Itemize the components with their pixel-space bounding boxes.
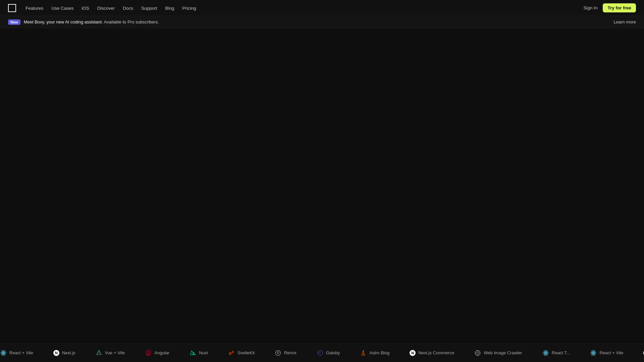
nav-item-pricing[interactable]: Pricing	[182, 5, 196, 11]
navbar-right: Sign In Try for free	[583, 3, 636, 12]
ticker-label: React T...	[552, 350, 570, 355]
ticker-label: SvelteKit	[237, 350, 255, 355]
svg-point-0	[3, 352, 4, 353]
list-item: React T...	[542, 350, 570, 356]
nav-link-ios[interactable]: iOS	[82, 6, 89, 11]
ticker-label: React + Vite	[9, 350, 33, 355]
ticker-label: Angular	[154, 350, 169, 355]
nextjs-icon: N	[53, 350, 59, 356]
navbar-left: Features Use Cases iOS Discover Docs Sup…	[8, 4, 196, 12]
ticker-track: React + Vite N Next.js Vue + Vite Angula…	[0, 350, 644, 356]
main-content	[0, 28, 644, 343]
ticker-label: Astro Blog	[369, 350, 389, 355]
ticker-label: Gatsby	[326, 350, 340, 355]
list-item: Angular	[145, 350, 169, 356]
list-item: Vue + Vite	[96, 350, 125, 356]
nav-item-blog[interactable]: Blog	[165, 5, 174, 11]
nav-link-blog[interactable]: Blog	[165, 6, 174, 11]
astro-icon	[360, 350, 367, 356]
try-free-button[interactable]: Try for free	[603, 3, 636, 12]
gatsby-icon	[317, 350, 323, 356]
nuxt-icon	[190, 350, 196, 356]
ticker-label: React + Vite	[599, 350, 623, 355]
navbar: Features Use Cases iOS Discover Docs Sup…	[0, 0, 644, 16]
list-item: N Next.js Commerce	[410, 350, 454, 356]
svg-point-13	[545, 352, 546, 353]
new-badge: New	[8, 19, 20, 25]
nav-link-docs[interactable]: Docs	[123, 6, 133, 11]
ticker-label: Web Image Crawler	[484, 350, 522, 355]
ticker-label: Nuxt	[199, 350, 208, 355]
react-icon-2	[542, 350, 549, 356]
ticker-label: Next.js Commerce	[418, 350, 454, 355]
announcement-bar: New Meet Boxy, your new AI coding assist…	[0, 16, 644, 28]
nav-link-pricing[interactable]: Pricing	[182, 6, 196, 11]
announcement-sub-text: Available to Pro subscribers.	[104, 19, 159, 24]
svg-marker-4	[97, 350, 101, 354]
vue-icon	[96, 350, 102, 356]
svg-marker-7	[147, 351, 150, 355]
list-item: React + Vite	[0, 350, 33, 356]
react-icon	[0, 350, 7, 356]
list-item: Web Image Crawler	[474, 350, 522, 356]
svg-point-17	[593, 352, 594, 353]
react-icon-dup	[590, 350, 597, 356]
nav-item-docs[interactable]: Docs	[123, 5, 133, 11]
svelte-icon	[228, 350, 235, 356]
svg-marker-9	[193, 352, 196, 355]
nav-links: Features Use Cases iOS Discover Docs Sup…	[25, 5, 196, 11]
list-item: N Next.js	[53, 350, 75, 356]
web-icon	[474, 350, 481, 356]
announcement-left: New Meet Boxy, your new AI coding assist…	[8, 19, 159, 25]
nav-item-ios[interactable]: iOS	[82, 5, 89, 11]
nextjs-icon-2: N	[410, 350, 416, 356]
nav-item-features[interactable]: Features	[25, 5, 43, 11]
nav-link-features[interactable]: Features	[25, 6, 43, 11]
nav-item-use-cases[interactable]: Use Cases	[51, 5, 73, 11]
sign-in-button[interactable]: Sign In	[583, 5, 597, 10]
list-item: Gatsby	[317, 350, 340, 356]
nav-item-support[interactable]: Support	[141, 5, 157, 11]
list-item: Nuxt	[190, 350, 208, 356]
bottom-ticker: React + Vite N Next.js Vue + Vite Angula…	[0, 343, 644, 362]
nav-item-discover[interactable]: Discover	[97, 5, 115, 11]
svg-point-10	[276, 350, 281, 355]
list-item: Remix	[275, 350, 297, 356]
announcement-main-text: Meet Boxy, your new AI coding assistant.	[24, 19, 103, 24]
list-item: Astro Blog	[360, 350, 389, 356]
list-item: SvelteKit	[228, 350, 255, 356]
remix-icon	[275, 350, 281, 356]
nav-link-use-cases[interactable]: Use Cases	[51, 6, 73, 11]
ticker-label: Vue + Vite	[105, 350, 125, 355]
learn-more-link[interactable]: Learn more	[614, 19, 636, 24]
logo-icon[interactable]	[8, 4, 16, 12]
list-item: React + Vite	[590, 350, 623, 356]
ticker-label: Remix	[284, 350, 297, 355]
announcement-text: Meet Boxy, your new AI coding assistant.…	[24, 19, 159, 24]
angular-icon	[145, 350, 152, 356]
nav-link-discover[interactable]: Discover	[97, 6, 115, 11]
ticker-label: Next.js	[62, 350, 75, 355]
nav-link-support[interactable]: Support	[141, 6, 157, 11]
